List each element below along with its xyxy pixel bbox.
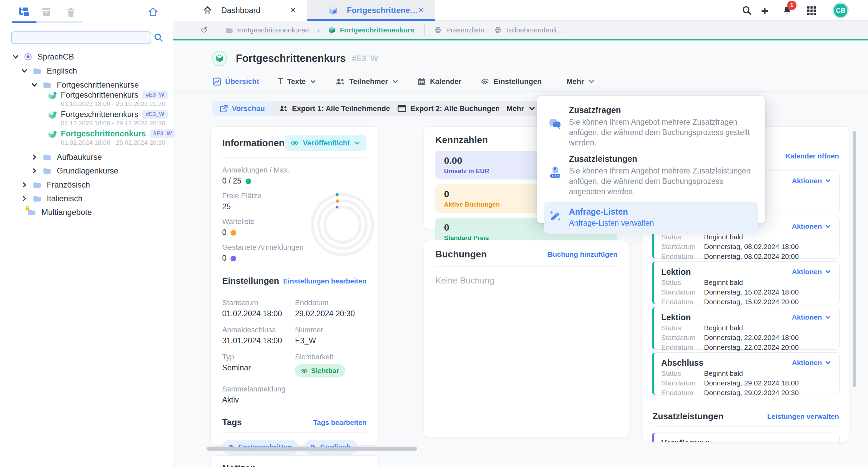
chevron-right-icon[interactable] bbox=[31, 153, 38, 161]
section-title: Einstellungen bbox=[222, 276, 279, 286]
breadcrumb-print-presence[interactable]: Präsenzliste bbox=[446, 26, 484, 34]
chevron-right-icon[interactable] bbox=[21, 195, 28, 202]
tree-item-course-3-selected[interactable]: Fortgeschrittenenkurs#E3_W 01.02.2024 18… bbox=[48, 129, 175, 148]
menu-item-anfrage-listen[interactable]: Anfrage-Listen Anfrage-Listen verwalten bbox=[544, 202, 758, 234]
tree-item-aufbaukurse[interactable]: Aufbaukurse bbox=[31, 150, 102, 164]
tree-item-label: SprachCB bbox=[37, 52, 74, 61]
card-title: Kennzahlen bbox=[435, 135, 488, 145]
course-badge: #E3_W bbox=[142, 110, 168, 119]
search-icon[interactable] bbox=[154, 33, 163, 42]
nav-tab-mehr[interactable]: Mehr bbox=[566, 77, 595, 86]
tree-item-course-1[interactable]: Fortgeschrittenenkurs#E3_W 01.10.2023 18… bbox=[48, 90, 168, 109]
tree-item-sprachcb[interactable]: SprachCB bbox=[12, 50, 74, 63]
history-back-icon[interactable]: ↺ bbox=[200, 26, 208, 34]
stat-value: 0 / 25 bbox=[222, 176, 367, 185]
nav-tab-texte[interactable]: T Texte bbox=[278, 76, 316, 87]
manage-leistungen-link[interactable]: Leistungen verwalten bbox=[767, 412, 839, 420]
aktionen-link[interactable]: Aktionen bbox=[792, 359, 831, 367]
folder-icon bbox=[43, 167, 52, 175]
add-buchung-link[interactable]: Buchung hinzufügen bbox=[548, 251, 617, 258]
open-calendar-link[interactable]: Kalender öffnen bbox=[785, 152, 839, 160]
eye-icon bbox=[301, 368, 308, 374]
chevron-down-icon[interactable] bbox=[12, 53, 20, 60]
field-typ: Typ Seminar bbox=[222, 353, 295, 377]
leistung-title: Verpflegung bbox=[661, 438, 831, 442]
mehr-dropdown-menu: Zusatzfragen Sie können Ihrem Angebot me… bbox=[537, 96, 765, 223]
course-nav: Übersicht T Texte Teilnehmer Kalender Ei… bbox=[213, 76, 595, 87]
aktionen-link[interactable]: Aktionen bbox=[792, 313, 831, 321]
tree-item-label: Französisch bbox=[47, 180, 90, 189]
tab-close-icon[interactable]: × bbox=[290, 6, 296, 15]
verpflegung-card[interactable]: Verpflegung bbox=[652, 433, 840, 442]
tree-item-multiangebote[interactable]: Multiangebote bbox=[27, 206, 92, 219]
tree-item-italienisch[interactable]: Italienisch bbox=[21, 192, 83, 205]
aktionen-link[interactable]: Aktionen bbox=[792, 177, 831, 185]
search-input[interactable] bbox=[11, 31, 151, 44]
abschluss-card[interactable]: Abschluss Aktionen StatusBeginnt bald St… bbox=[652, 352, 840, 395]
menu-item-title: Zusatzleistungen bbox=[569, 154, 754, 164]
notification-badge: 1 bbox=[787, 1, 797, 10]
nav-tab-kalender[interactable]: Kalender bbox=[417, 77, 461, 86]
breadcrumb-print-participants[interactable]: Teilnehmendenli… bbox=[506, 26, 564, 34]
folder-icon bbox=[43, 81, 52, 89]
tree-item-label: Italienisch bbox=[47, 194, 83, 203]
export1-button[interactable]: Export 1: Alle Teilnehmende bbox=[271, 101, 409, 116]
vertical-scrollbar[interactable] bbox=[852, 131, 856, 387]
aktionen-link[interactable]: Aktionen bbox=[792, 268, 831, 276]
edit-einstellungen-link[interactable]: Einstellungen bearbeiten bbox=[283, 277, 367, 285]
nav-tab-teilnehmer[interactable]: Teilnehmer bbox=[335, 77, 399, 86]
workspace-radio-icon bbox=[24, 53, 32, 61]
browser-tab-bar: Dashboard × Fortgeschrittene… × + 1 CB bbox=[173, 0, 868, 21]
edit-tags-link[interactable]: Tags bearbeiten bbox=[313, 418, 367, 427]
nav-tab-uebersicht[interactable]: Übersicht bbox=[213, 77, 259, 86]
course-cube-icon bbox=[48, 130, 57, 139]
home-icon[interactable] bbox=[148, 7, 158, 17]
breadcrumb-item-current[interactable]: Fortgeschrittenenkurs bbox=[340, 26, 414, 34]
chevron-right-icon[interactable] bbox=[31, 167, 38, 175]
vorschau-button[interactable]: Vorschau bbox=[213, 101, 272, 116]
text-icon: T bbox=[278, 76, 283, 87]
horizontal-scrollbar[interactable] bbox=[207, 447, 417, 450]
lektion-card[interactable]: Lektion Aktionen StatusBeginnt bald Star… bbox=[652, 307, 840, 350]
chevron-down-icon[interactable] bbox=[21, 67, 28, 75]
gear-icon bbox=[480, 77, 490, 86]
menu-item-zusatzfragen[interactable]: Zusatzfragen Sie können Ihrem Angebot me… bbox=[544, 104, 758, 153]
chevron-right-icon[interactable] bbox=[21, 181, 28, 188]
tab-close-icon[interactable]: × bbox=[418, 6, 424, 15]
breadcrumb-item-parent[interactable]: Fortgeschrittenenkurse bbox=[237, 26, 309, 34]
trash-icon[interactable] bbox=[66, 7, 75, 17]
chevron-down-icon[interactable] bbox=[31, 81, 38, 89]
add-icon[interactable]: + bbox=[761, 5, 769, 18]
archive-icon[interactable] bbox=[41, 7, 52, 17]
folder-icon bbox=[27, 209, 36, 216]
home-tab-icon bbox=[203, 6, 213, 15]
avatar[interactable]: CB bbox=[833, 2, 848, 19]
tab-course-active[interactable]: Fortgeschrittene… × bbox=[307, 0, 435, 21]
chat-bubbles-icon bbox=[548, 105, 563, 148]
status-button[interactable]: Veröffentlicht bbox=[285, 136, 367, 151]
tree-item-grundlagenkurse[interactable]: Grundlagenkurse bbox=[31, 164, 118, 177]
chevron-down-icon bbox=[825, 359, 831, 366]
course-badge: #E3_W bbox=[150, 129, 176, 138]
apps-grid-icon[interactable] bbox=[807, 6, 816, 16]
card-title: Notizen bbox=[222, 463, 256, 467]
capacity-stats: Anmeldungen / Max. 0 / 25 Freie Plätze 2… bbox=[211, 158, 378, 269]
nav-tab-einstellungen[interactable]: Einstellungen bbox=[480, 77, 541, 86]
tree-item-course-2[interactable]: Fortgeschrittenenkurs#E3_W 01.12.2023 18… bbox=[48, 110, 168, 128]
global-search-icon[interactable] bbox=[742, 5, 752, 16]
tab-dashboard[interactable]: Dashboard × bbox=[173, 0, 307, 21]
field-nummer: Nummer E3_W bbox=[295, 326, 367, 345]
sidebar-toolbar bbox=[0, 0, 173, 21]
tree-item-franzoesisch[interactable]: Französisch bbox=[21, 178, 90, 192]
lektion-card[interactable]: Lektion Aktionen StatusBeginnt bald Star… bbox=[652, 261, 840, 304]
folder-icon bbox=[33, 67, 41, 75]
tree-item-fortgeschrittenenkurse[interactable]: Fortgeschrittenenkurse bbox=[31, 78, 138, 92]
printer-icon bbox=[434, 26, 442, 34]
aktionen-link[interactable]: Aktionen bbox=[792, 222, 831, 230]
tree-item-englisch[interactable]: Englisch bbox=[21, 64, 77, 78]
window-icon bbox=[398, 105, 406, 112]
export1-label: Export 1: Alle Teilnehmende bbox=[292, 104, 390, 113]
tab-label: Dashboard bbox=[221, 6, 260, 15]
tree-view-icon[interactable] bbox=[18, 7, 29, 17]
menu-item-zusatzleistungen[interactable]: Zusatzleistungen Sie können Ihrem Angebo… bbox=[544, 153, 758, 202]
